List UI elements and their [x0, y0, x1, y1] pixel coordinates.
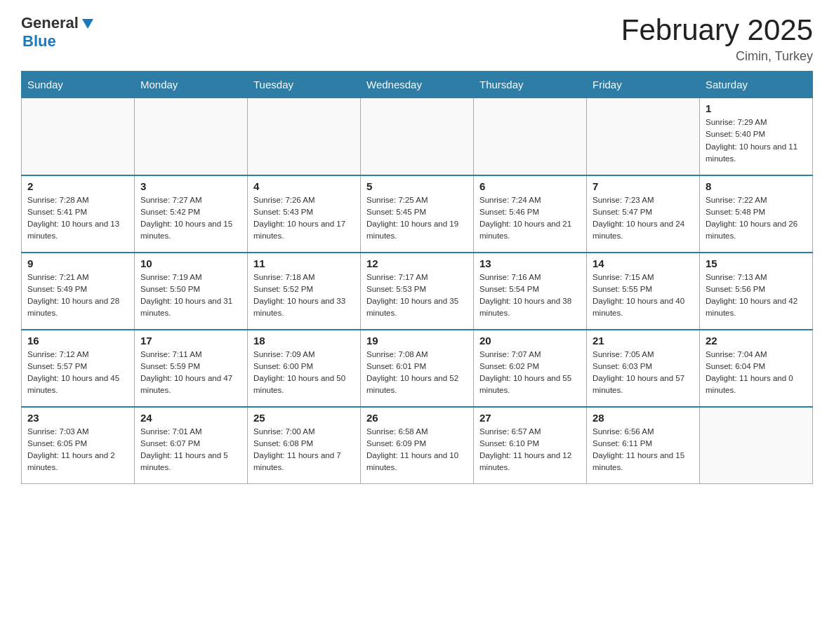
- calendar-week-row: 23Sunrise: 7:03 AMSunset: 6:05 PMDayligh…: [22, 407, 813, 484]
- day-info: Sunrise: 6:58 AMSunset: 6:09 PMDaylight:…: [366, 426, 468, 474]
- title-section: February 2025 Cimin, Turkey: [621, 14, 813, 64]
- calendar-cell: 3Sunrise: 7:27 AMSunset: 5:42 PMDaylight…: [135, 175, 248, 253]
- day-info: Sunrise: 7:08 AMSunset: 6:01 PMDaylight:…: [366, 349, 468, 397]
- calendar-cell: 9Sunrise: 7:21 AMSunset: 5:49 PMDaylight…: [22, 253, 135, 330]
- month-title: February 2025: [621, 14, 813, 46]
- day-number: 26: [366, 412, 468, 424]
- day-number: 9: [27, 257, 128, 269]
- day-number: 23: [27, 412, 128, 424]
- calendar-cell: 6Sunrise: 7:24 AMSunset: 5:46 PMDaylight…: [474, 175, 587, 253]
- calendar-week-row: 1Sunrise: 7:29 AMSunset: 5:40 PMDaylight…: [22, 98, 813, 175]
- logo-blue-text: Blue: [21, 32, 95, 51]
- day-number: 2: [27, 180, 128, 192]
- day-of-week-header: Thursday: [474, 72, 587, 98]
- calendar-cell: [135, 98, 248, 175]
- calendar-cell: 28Sunrise: 6:56 AMSunset: 6:11 PMDayligh…: [587, 407, 700, 484]
- day-of-week-header: Wednesday: [361, 72, 474, 98]
- day-info: Sunrise: 6:56 AMSunset: 6:11 PMDaylight:…: [593, 426, 694, 474]
- day-info: Sunrise: 7:04 AMSunset: 6:04 PMDaylight:…: [706, 349, 807, 397]
- day-info: Sunrise: 7:25 AMSunset: 5:45 PMDaylight:…: [366, 194, 468, 243]
- days-header-row: SundayMondayTuesdayWednesdayThursdayFrid…: [22, 72, 813, 98]
- calendar-cell: 17Sunrise: 7:11 AMSunset: 5:59 PMDayligh…: [135, 330, 248, 407]
- calendar-cell: [248, 98, 361, 175]
- day-number: 16: [27, 335, 128, 347]
- day-info: Sunrise: 7:01 AMSunset: 6:07 PMDaylight:…: [140, 426, 241, 474]
- day-number: 6: [479, 180, 581, 192]
- day-info: Sunrise: 7:24 AMSunset: 5:46 PMDaylight:…: [479, 194, 581, 243]
- day-number: 8: [706, 180, 807, 192]
- calendar-cell: 13Sunrise: 7:16 AMSunset: 5:54 PMDayligh…: [474, 253, 587, 330]
- day-of-week-header: Sunday: [22, 72, 135, 98]
- day-number: 15: [706, 257, 807, 269]
- calendar-cell: 26Sunrise: 6:58 AMSunset: 6:09 PMDayligh…: [361, 407, 474, 484]
- day-info: Sunrise: 7:22 AMSunset: 5:48 PMDaylight:…: [706, 194, 807, 243]
- day-number: 1: [706, 102, 807, 114]
- day-number: 24: [140, 412, 241, 424]
- day-number: 12: [366, 257, 468, 269]
- calendar-week-row: 2Sunrise: 7:28 AMSunset: 5:41 PMDaylight…: [22, 175, 813, 253]
- day-info: Sunrise: 7:07 AMSunset: 6:02 PMDaylight:…: [479, 349, 581, 397]
- day-of-week-header: Monday: [135, 72, 248, 98]
- day-number: 10: [140, 257, 241, 269]
- day-number: 13: [479, 257, 581, 269]
- calendar-cell: 19Sunrise: 7:08 AMSunset: 6:01 PMDayligh…: [361, 330, 474, 407]
- logo: General Blue: [21, 14, 95, 51]
- day-number: 28: [593, 412, 694, 424]
- day-info: Sunrise: 7:17 AMSunset: 5:53 PMDaylight:…: [366, 271, 468, 320]
- calendar-cell: 24Sunrise: 7:01 AMSunset: 6:07 PMDayligh…: [135, 407, 248, 484]
- day-number: 14: [593, 257, 694, 269]
- day-info: Sunrise: 7:09 AMSunset: 6:00 PMDaylight:…: [253, 349, 355, 397]
- day-number: 21: [593, 335, 694, 347]
- day-info: Sunrise: 7:11 AMSunset: 5:59 PMDaylight:…: [140, 349, 241, 397]
- calendar-cell: 25Sunrise: 7:00 AMSunset: 6:08 PMDayligh…: [248, 407, 361, 484]
- day-info: Sunrise: 7:13 AMSunset: 5:56 PMDaylight:…: [706, 271, 807, 320]
- calendar-cell: 14Sunrise: 7:15 AMSunset: 5:55 PMDayligh…: [587, 253, 700, 330]
- day-number: 19: [366, 335, 468, 347]
- calendar-cell: 21Sunrise: 7:05 AMSunset: 6:03 PMDayligh…: [587, 330, 700, 407]
- day-info: Sunrise: 7:12 AMSunset: 5:57 PMDaylight:…: [27, 349, 128, 397]
- calendar-cell: [587, 98, 700, 175]
- logo-arrow-icon: [80, 16, 95, 32]
- calendar-cell: 11Sunrise: 7:18 AMSunset: 5:52 PMDayligh…: [248, 253, 361, 330]
- day-number: 5: [366, 180, 468, 192]
- day-info: Sunrise: 7:16 AMSunset: 5:54 PMDaylight:…: [479, 271, 581, 320]
- day-number: 11: [253, 257, 355, 269]
- day-of-week-header: Friday: [587, 72, 700, 98]
- calendar-cell: 2Sunrise: 7:28 AMSunset: 5:41 PMDaylight…: [22, 175, 135, 253]
- day-info: Sunrise: 7:28 AMSunset: 5:41 PMDaylight:…: [27, 194, 128, 243]
- calendar-cell: 4Sunrise: 7:26 AMSunset: 5:43 PMDaylight…: [248, 175, 361, 253]
- calendar-week-row: 9Sunrise: 7:21 AMSunset: 5:49 PMDaylight…: [22, 253, 813, 330]
- day-info: Sunrise: 7:29 AMSunset: 5:40 PMDaylight:…: [706, 116, 807, 165]
- day-number: 20: [479, 335, 581, 347]
- calendar-cell: [700, 407, 813, 484]
- calendar-cell: 5Sunrise: 7:25 AMSunset: 5:45 PMDaylight…: [361, 175, 474, 253]
- day-info: Sunrise: 7:27 AMSunset: 5:42 PMDaylight:…: [140, 194, 241, 243]
- day-number: 25: [253, 412, 355, 424]
- day-info: Sunrise: 7:23 AMSunset: 5:47 PMDaylight:…: [593, 194, 694, 243]
- calendar-cell: 7Sunrise: 7:23 AMSunset: 5:47 PMDaylight…: [587, 175, 700, 253]
- calendar-cell: [22, 98, 135, 175]
- day-number: 17: [140, 335, 241, 347]
- calendar-table: SundayMondayTuesdayWednesdayThursdayFrid…: [21, 71, 813, 484]
- svg-marker-0: [82, 19, 93, 29]
- day-of-week-header: Tuesday: [248, 72, 361, 98]
- day-info: Sunrise: 7:15 AMSunset: 5:55 PMDaylight:…: [593, 271, 694, 320]
- logo-general-text: General: [21, 14, 79, 32]
- day-info: Sunrise: 7:05 AMSunset: 6:03 PMDaylight:…: [593, 349, 694, 397]
- day-number: 22: [706, 335, 807, 347]
- calendar-cell: 15Sunrise: 7:13 AMSunset: 5:56 PMDayligh…: [700, 253, 813, 330]
- day-info: Sunrise: 7:18 AMSunset: 5:52 PMDaylight:…: [253, 271, 355, 320]
- day-number: 18: [253, 335, 355, 347]
- calendar-week-row: 16Sunrise: 7:12 AMSunset: 5:57 PMDayligh…: [22, 330, 813, 407]
- calendar-cell: 18Sunrise: 7:09 AMSunset: 6:00 PMDayligh…: [248, 330, 361, 407]
- day-info: Sunrise: 7:00 AMSunset: 6:08 PMDaylight:…: [253, 426, 355, 474]
- day-number: 27: [479, 412, 581, 424]
- day-info: Sunrise: 6:57 AMSunset: 6:10 PMDaylight:…: [479, 426, 581, 474]
- day-number: 4: [253, 180, 355, 192]
- calendar-cell: 8Sunrise: 7:22 AMSunset: 5:48 PMDaylight…: [700, 175, 813, 253]
- day-number: 7: [593, 180, 694, 192]
- day-number: 3: [140, 180, 241, 192]
- calendar-cell: 22Sunrise: 7:04 AMSunset: 6:04 PMDayligh…: [700, 330, 813, 407]
- calendar-cell: 12Sunrise: 7:17 AMSunset: 5:53 PMDayligh…: [361, 253, 474, 330]
- location-label: Cimin, Turkey: [621, 49, 813, 64]
